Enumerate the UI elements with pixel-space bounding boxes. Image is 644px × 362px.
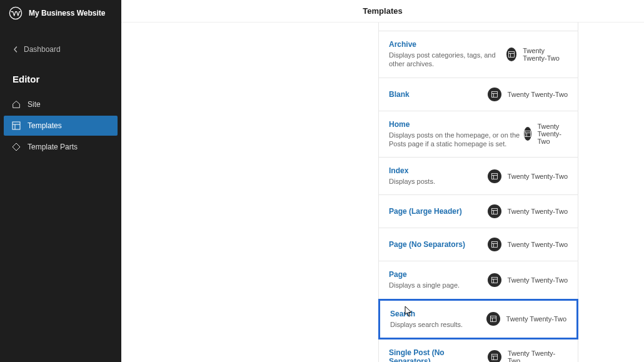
template-title: Index [389,166,435,175]
template-row[interactable]: IndexDisplays posts.Twenty Twenty-Two [378,157,578,195]
template-row-right: Twenty Twenty-Two [506,47,568,62]
sidebar: My Business Website Dashboard Editor Sit… [0,0,121,362]
svg-rect-28 [492,354,498,360]
template-description: Displays a single page. [389,281,460,289]
template-title: Search [390,309,463,318]
template-title: Home [389,120,524,129]
theme-label: Twenty Twenty-Two [523,47,568,62]
page-title: Templates [363,6,402,16]
template-row[interactable]: SearchDisplays search results.Twenty Twe… [378,299,578,339]
svg-rect-19 [491,242,497,248]
diamond-icon [11,142,21,152]
template-row[interactable]: Displays when no content is found. [378,23,578,31]
wordpress-logo-icon [9,6,23,20]
template-title: Blank [389,90,410,99]
theme-layout-icon [488,169,501,183]
theme-label: Twenty Twenty-Two [508,276,568,284]
template-row-left: ArchiveDisplays post categories, tags, a… [389,40,506,69]
content-area: Displays when no content is found.Archiv… [121,23,644,362]
template-row-right: Twenty Twenty-Two [488,169,568,183]
template-row-left: Page (No Separators) [389,240,465,249]
theme-layout-icon [488,88,501,101]
theme-label: Twenty Twenty-Two [508,208,568,215]
svg-rect-25 [490,316,496,322]
svg-rect-22 [491,278,497,283]
theme-label: Twenty Twenty-Two [508,349,568,362]
sidebar-item-label: Templates [28,121,62,130]
template-title: Page [389,270,460,279]
topbar: Templates [121,0,644,23]
template-row-right: Twenty Twenty-Two [524,123,568,145]
template-row-left: SearchDisplays search results. [390,309,463,329]
template-description: Displays posts on the homepage, or on th… [389,131,524,149]
sidebar-heading: Editor [0,60,121,92]
template-row[interactable]: Page (No Separators)Twenty Twenty-Two [378,228,578,261]
sidebar-item-template-parts[interactable]: Template Parts [4,137,118,157]
theme-layout-icon [506,48,516,61]
sidebar-nav: Site Templates Template Parts [0,92,121,159]
template-description: Displays posts. [389,177,435,186]
app-root: My Business Website Dashboard Editor Sit… [0,0,644,362]
template-row[interactable]: Single Post (No Separators)Twenty Twenty… [378,339,578,362]
theme-layout-icon [488,273,501,287]
svg-rect-7 [491,91,497,97]
template-row[interactable]: ArchiveDisplays post categories, tags, a… [378,31,578,78]
template-row-right: Twenty Twenty-Two [488,238,568,251]
sidebar-item-label: Template Parts [28,143,78,151]
theme-label: Twenty Twenty-Two [506,315,566,323]
template-description: Displays search results. [390,320,463,329]
templates-list: Displays when no content is found.Archiv… [378,23,578,362]
template-title: Page (No Separators) [389,240,465,249]
template-row-left: Page (Large Header) [389,207,462,216]
theme-layout-icon [524,127,531,141]
svg-rect-4 [509,51,515,57]
template-row-left: Single Post (No Separators) [389,348,488,362]
template-row-left: PageDisplays a single page. [389,270,460,289]
back-label: Dashboard [24,45,61,54]
template-row[interactable]: BlankTwenty Twenty-Two [378,78,578,111]
svg-rect-16 [491,209,497,214]
chevron-left-icon [13,46,19,53]
theme-layout-icon [486,312,500,326]
template-row-left: Blank [389,90,410,99]
template-row-left: IndexDisplays posts. [389,166,435,186]
template-row-right: Twenty Twenty-Two [488,349,568,362]
theme-layout-icon [488,204,501,218]
theme-label: Twenty Twenty-Two [508,241,568,248]
theme-layout-icon [488,350,501,362]
template-row[interactable]: PageDisplays a single page.Twenty Twenty… [378,261,578,299]
sidebar-item-templates[interactable]: Templates [4,116,118,136]
svg-rect-13 [491,173,497,179]
template-title: Page (Large Header) [389,207,462,216]
template-description: Displays post categories, tags, and othe… [389,51,506,69]
template-title: Single Post (No Separators) [389,348,488,362]
back-to-dashboard[interactable]: Dashboard [0,39,121,60]
theme-label: Twenty Twenty-Two [538,123,568,145]
template-row[interactable]: HomeDisplays posts on the homepage, or o… [378,111,578,158]
theme-layout-icon [488,238,501,251]
sidebar-header[interactable]: My Business Website [0,0,121,26]
template-row-right: Twenty Twenty-Two [488,204,568,218]
sidebar-item-label: Site [28,100,41,109]
template-row-right: Twenty Twenty-Two [486,312,566,326]
svg-rect-1 [13,122,20,129]
template-row-right: Twenty Twenty-Two [488,88,568,101]
theme-label: Twenty Twenty-Two [508,91,568,98]
main: Templates Displays when no content is fo… [121,0,644,362]
site-name: My Business Website [29,9,105,18]
theme-label: Twenty Twenty-Two [508,173,568,180]
template-row[interactable]: Page (Large Header)Twenty Twenty-Two [378,194,578,228]
template-row-left: HomeDisplays posts on the homepage, or o… [389,120,524,149]
sidebar-item-site[interactable]: Site [4,94,118,114]
layout-icon [11,121,21,131]
svg-rect-10 [525,131,530,137]
template-title: Archive [389,40,506,49]
svg-point-0 [9,7,21,19]
template-row-right: Twenty Twenty-Two [488,273,568,287]
home-icon [11,99,21,109]
